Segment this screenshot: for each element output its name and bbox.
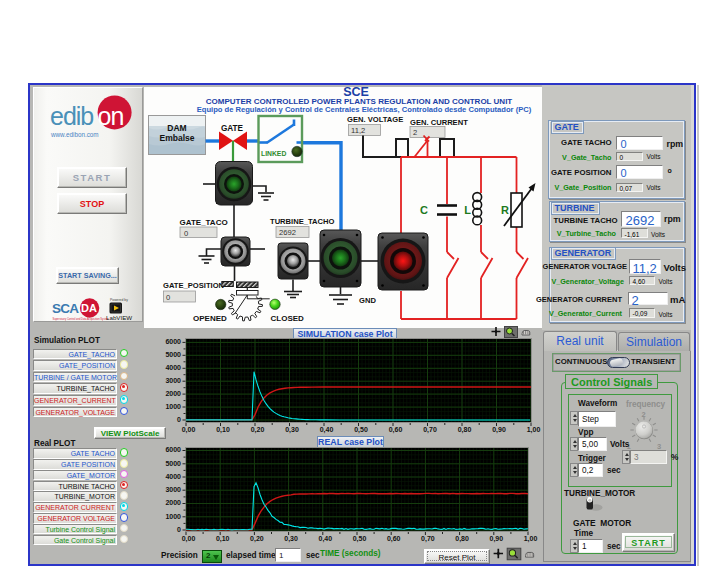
- svg-text:R: R: [501, 204, 509, 216]
- svg-text:TURBINE_TACHO: TURBINE_TACHO: [270, 217, 334, 226]
- svg-text:OPENED: OPENED: [193, 314, 227, 323]
- svg-text:GEN. VOLTAGE: GEN. VOLTAGE: [347, 115, 403, 124]
- svg-text:2: 2: [642, 410, 646, 419]
- svg-text:on: on: [98, 102, 124, 130]
- svg-text:GATE_TACO: GATE_TACO: [180, 218, 228, 227]
- svg-text:C: C: [420, 204, 428, 216]
- svg-text:L: L: [464, 204, 471, 216]
- svg-text:GATE_POSITION: GATE_POSITION: [163, 281, 224, 290]
- svg-text:CLOSED: CLOSED: [271, 314, 305, 323]
- svg-text:Embalse: Embalse: [160, 133, 195, 143]
- svg-text:DA: DA: [81, 302, 97, 314]
- svg-text:GEN. CURRENT: GEN. CURRENT: [410, 118, 468, 127]
- svg-text:2: 2: [413, 128, 417, 137]
- svg-text:11,2: 11,2: [351, 126, 365, 135]
- svg-text:GND: GND: [359, 296, 376, 305]
- svg-text:2692: 2692: [279, 228, 296, 237]
- svg-text:GATE: GATE: [221, 124, 244, 133]
- svg-text:Supervisory Control and Data A: Supervisory Control and Data Acquisition…: [53, 317, 110, 321]
- svg-text:0: 0: [166, 293, 170, 302]
- svg-text:0: 0: [184, 229, 188, 238]
- svg-text:edib: edib: [50, 102, 93, 130]
- svg-text:LabVIEW: LabVIEW: [106, 314, 132, 321]
- svg-text:LINKED: LINKED: [261, 150, 286, 157]
- svg-text:Powered by: Powered by: [110, 298, 128, 302]
- svg-text:DAM: DAM: [167, 123, 186, 133]
- svg-text:SCA: SCA: [52, 301, 79, 316]
